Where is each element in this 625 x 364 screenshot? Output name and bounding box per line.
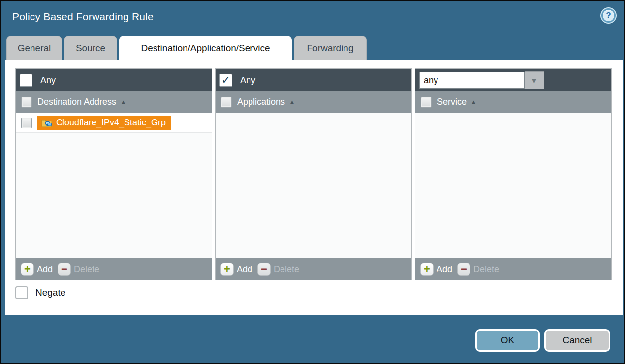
add-button-label: Add [437,264,452,274]
applications-any-checkbox[interactable]: ✓ [219,74,232,87]
tab-general[interactable]: General [6,36,62,60]
service-header-label[interactable]: Service [437,97,467,107]
destination-column-header: Destination Address ▲ [16,91,212,113]
add-button-label: Add [37,264,53,274]
service-dropdown: any ▼ [419,71,544,89]
applications-delete-button[interactable]: − Delete [257,263,299,276]
service-footer: + Add − Delete [415,258,611,280]
applications-column-header: Applications ▲ [216,91,411,113]
tab-bar: General Source Destination/Application/S… [6,36,367,60]
destination-footer: + Add − Delete [16,258,212,280]
delete-button-label: Delete [274,264,299,274]
check-icon: ✓ [221,75,230,86]
help-question-glyph: ? [606,11,611,21]
destination-select-all-checkbox[interactable] [21,97,32,108]
service-header-checkbox-cell [415,91,437,113]
destination-row-cloudflare: Cloudflare_IPv4_Static_Grp [16,113,212,133]
chevron-down-icon: ▼ [531,76,538,85]
service-add-button[interactable]: + Add [420,263,452,276]
negate-checkbox[interactable] [15,286,28,299]
tab-content-panel: Any Destination Address ▲ [5,60,623,315]
applications-list [216,113,411,258]
selected-address-group-chip[interactable]: Cloudflare_IPv4_Static_Grp [37,116,171,130]
address-group-icon [41,119,52,127]
service-delete-button[interactable]: − Delete [457,263,499,276]
sort-ascending-icon[interactable]: ▲ [289,98,295,106]
add-button-label: Add [237,264,252,274]
add-plus-icon: + [21,263,34,276]
destination-address-column: Any Destination Address ▲ [15,68,212,280]
cancel-button[interactable]: Cancel [544,329,610,352]
delete-button-label: Delete [74,264,99,274]
destination-row-checkbox[interactable] [21,118,32,128]
sort-ascending-icon[interactable]: ▲ [470,98,477,106]
add-plus-icon: + [420,263,434,276]
negate-label: Negate [35,287,65,298]
address-group-name: Cloudflare_IPv4_Static_Grp [56,118,166,128]
negate-row: Negate [15,286,65,299]
service-dropdown-button[interactable]: ▼ [525,71,544,89]
service-select-all-checkbox[interactable] [421,97,432,108]
service-list [415,113,611,258]
applications-select-all-checkbox[interactable] [221,97,232,108]
destination-add-button[interactable]: + Add [21,263,53,276]
add-plus-icon: + [220,263,234,276]
destination-delete-button[interactable]: − Delete [58,263,99,276]
destination-list: Cloudflare_IPv4_Static_Grp [16,113,212,258]
applications-any-bar: ✓ Any [216,69,411,91]
destination-any-bar: Any [16,69,212,91]
help-icon[interactable]: ? [601,8,616,23]
delete-button-label: Delete [473,264,499,274]
service-column: any ▼ Service ▲ + Add − Delete [415,68,612,280]
policy-based-forwarding-dialog: Policy Based Forwarding Rule ? General S… [0,0,625,364]
applications-add-button[interactable]: + Add [220,263,252,276]
destination-header-checkbox-cell [16,91,37,113]
applications-footer: + Add − Delete [216,258,411,280]
service-any-bar: any ▼ [415,69,611,91]
destination-any-checkbox[interactable] [20,74,32,87]
applications-any-label: Any [240,75,255,86]
service-dropdown-value[interactable]: any [419,72,525,89]
tab-forwarding[interactable]: Forwarding [294,36,367,60]
ok-button[interactable]: OK [475,329,540,352]
destination-any-label: Any [40,75,56,86]
sort-ascending-icon[interactable]: ▲ [120,98,126,106]
applications-column: ✓ Any Applications ▲ + Add − Delete [215,68,412,280]
applications-header-label[interactable]: Applications [237,97,285,107]
applications-header-checkbox-cell [216,91,237,113]
tab-source[interactable]: Source [64,36,117,60]
dialog-title: Policy Based Forwarding Rule [12,11,154,23]
tab-destination-application-service[interactable]: Destination/Application/Service [119,36,292,60]
delete-minus-icon: − [58,263,71,276]
destination-row-checkbox-cell [16,113,37,132]
delete-minus-icon: − [457,263,470,276]
destination-header-label[interactable]: Destination Address [37,97,116,107]
delete-minus-icon: − [257,263,271,276]
service-column-header: Service ▲ [415,91,611,113]
